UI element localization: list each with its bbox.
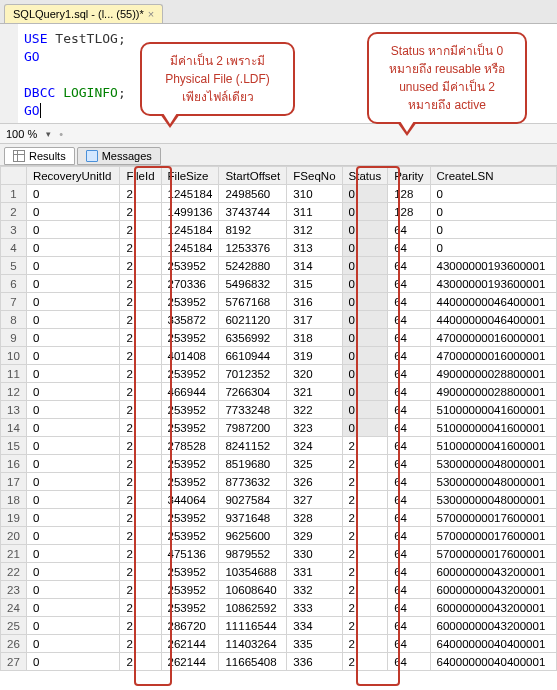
cell[interactable]: 0 bbox=[342, 329, 388, 347]
cell[interactable]: 2 bbox=[342, 491, 388, 509]
table-row[interactable]: 502253952524288031406443000000193600001 bbox=[1, 257, 557, 275]
cell[interactable]: 0 bbox=[26, 257, 120, 275]
row-number[interactable]: 2 bbox=[1, 203, 27, 221]
cell[interactable]: 253952 bbox=[161, 401, 219, 419]
row-number[interactable]: 9 bbox=[1, 329, 27, 347]
cell[interactable]: 64 bbox=[388, 329, 430, 347]
row-number[interactable]: 12 bbox=[1, 383, 27, 401]
cell[interactable]: 262144 bbox=[161, 635, 219, 653]
cell[interactable]: 64 bbox=[388, 545, 430, 563]
col-header[interactable]: Parity bbox=[388, 167, 430, 185]
cell[interactable]: 0 bbox=[342, 203, 388, 221]
table-row[interactable]: 902253952635699231806447000000016000001 bbox=[1, 329, 557, 347]
cell[interactable]: 10862592 bbox=[219, 599, 287, 617]
row-number[interactable]: 11 bbox=[1, 365, 27, 383]
cell[interactable]: 8192 bbox=[219, 221, 287, 239]
cell[interactable]: 64 bbox=[388, 473, 430, 491]
cell[interactable]: 0 bbox=[26, 329, 120, 347]
col-header[interactable]: FileSize bbox=[161, 167, 219, 185]
cell[interactable]: 0 bbox=[26, 383, 120, 401]
cell[interactable]: 60000000043200001 bbox=[430, 617, 556, 635]
row-number[interactable]: 22 bbox=[1, 563, 27, 581]
cell[interactable]: 1245184 bbox=[161, 221, 219, 239]
row-number[interactable]: 8 bbox=[1, 311, 27, 329]
tab-results[interactable]: Results bbox=[4, 147, 75, 165]
cell[interactable]: 2 bbox=[120, 581, 161, 599]
cell[interactable]: 253952 bbox=[161, 419, 219, 437]
cell[interactable]: 2 bbox=[342, 581, 388, 599]
cell[interactable]: 57000000017600001 bbox=[430, 509, 556, 527]
cell[interactable]: 2 bbox=[120, 383, 161, 401]
cell[interactable]: 49000000028800001 bbox=[430, 383, 556, 401]
tab-messages[interactable]: Messages bbox=[77, 147, 161, 165]
table-row[interactable]: 702253952576716831606444000000046400001 bbox=[1, 293, 557, 311]
row-number[interactable]: 16 bbox=[1, 455, 27, 473]
cell[interactable]: 313 bbox=[287, 239, 342, 257]
cell[interactable]: 334 bbox=[287, 617, 342, 635]
cell[interactable]: 0 bbox=[26, 185, 120, 203]
cell[interactable]: 0 bbox=[342, 257, 388, 275]
cell[interactable]: 0 bbox=[26, 419, 120, 437]
cell[interactable]: 323 bbox=[287, 419, 342, 437]
cell[interactable]: 1253376 bbox=[219, 239, 287, 257]
cell[interactable]: 0 bbox=[26, 221, 120, 239]
cell[interactable]: 64000000040400001 bbox=[430, 653, 556, 671]
cell[interactable]: 64 bbox=[388, 455, 430, 473]
table-row[interactable]: 1602253952851968032526453000000048000001 bbox=[1, 455, 557, 473]
cell[interactable]: 316 bbox=[287, 293, 342, 311]
cell[interactable]: 327 bbox=[287, 491, 342, 509]
cell[interactable]: 318 bbox=[287, 329, 342, 347]
row-number[interactable]: 18 bbox=[1, 491, 27, 509]
cell[interactable]: 0 bbox=[26, 239, 120, 257]
cell[interactable]: 2 bbox=[120, 437, 161, 455]
table-row[interactable]: 302124518481923120640 bbox=[1, 221, 557, 239]
cell[interactable]: 2 bbox=[342, 617, 388, 635]
row-number[interactable]: 10 bbox=[1, 347, 27, 365]
cell[interactable]: 51000000041600001 bbox=[430, 437, 556, 455]
cell[interactable]: 2 bbox=[120, 527, 161, 545]
cell[interactable]: 2 bbox=[120, 311, 161, 329]
cell[interactable]: 9625600 bbox=[219, 527, 287, 545]
cell[interactable]: 331 bbox=[287, 563, 342, 581]
cell[interactable]: 7266304 bbox=[219, 383, 287, 401]
cell[interactable]: 49000000028800001 bbox=[430, 365, 556, 383]
cell[interactable]: 330 bbox=[287, 545, 342, 563]
cell[interactable]: 60000000043200001 bbox=[430, 581, 556, 599]
col-header[interactable]: FSeqNo bbox=[287, 167, 342, 185]
cell[interactable]: 401408 bbox=[161, 347, 219, 365]
cell[interactable]: 64 bbox=[388, 599, 430, 617]
cell[interactable]: 0 bbox=[26, 509, 120, 527]
cell[interactable]: 64 bbox=[388, 617, 430, 635]
cell[interactable]: 253952 bbox=[161, 365, 219, 383]
cell[interactable]: 53000000048000001 bbox=[430, 455, 556, 473]
cell[interactable]: 315 bbox=[287, 275, 342, 293]
cell[interactable]: 2 bbox=[342, 509, 388, 527]
cell[interactable]: 320 bbox=[287, 365, 342, 383]
row-number[interactable]: 20 bbox=[1, 527, 27, 545]
cell[interactable]: 2 bbox=[120, 617, 161, 635]
col-header[interactable]: RecoveryUnitId bbox=[26, 167, 120, 185]
cell[interactable]: 64 bbox=[388, 653, 430, 671]
cell[interactable]: 0 bbox=[342, 239, 388, 257]
cell[interactable]: 2 bbox=[120, 221, 161, 239]
table-row[interactable]: 2202253952103546883312646000000004320000… bbox=[1, 563, 557, 581]
cell[interactable]: 0 bbox=[26, 581, 120, 599]
row-number[interactable]: 15 bbox=[1, 437, 27, 455]
cell[interactable]: 0 bbox=[26, 311, 120, 329]
cell[interactable]: 2 bbox=[120, 653, 161, 671]
cell[interactable]: 2 bbox=[120, 275, 161, 293]
table-row[interactable]: 2702262144116654083362646400000004040000… bbox=[1, 653, 557, 671]
cell[interactable]: 2 bbox=[120, 545, 161, 563]
cell[interactable]: 0 bbox=[430, 239, 556, 257]
cell[interactable]: 57000000017600001 bbox=[430, 527, 556, 545]
table-row[interactable]: 1702253952877363232626453000000048000001 bbox=[1, 473, 557, 491]
cell[interactable]: 1245184 bbox=[161, 239, 219, 257]
row-number[interactable]: 5 bbox=[1, 257, 27, 275]
cell[interactable]: 0 bbox=[342, 365, 388, 383]
cell[interactable]: 325 bbox=[287, 455, 342, 473]
cell[interactable]: 336 bbox=[287, 653, 342, 671]
cell[interactable]: 2498560 bbox=[219, 185, 287, 203]
cell[interactable]: 278528 bbox=[161, 437, 219, 455]
cell[interactable]: 2 bbox=[342, 527, 388, 545]
cell[interactable]: 0 bbox=[430, 203, 556, 221]
